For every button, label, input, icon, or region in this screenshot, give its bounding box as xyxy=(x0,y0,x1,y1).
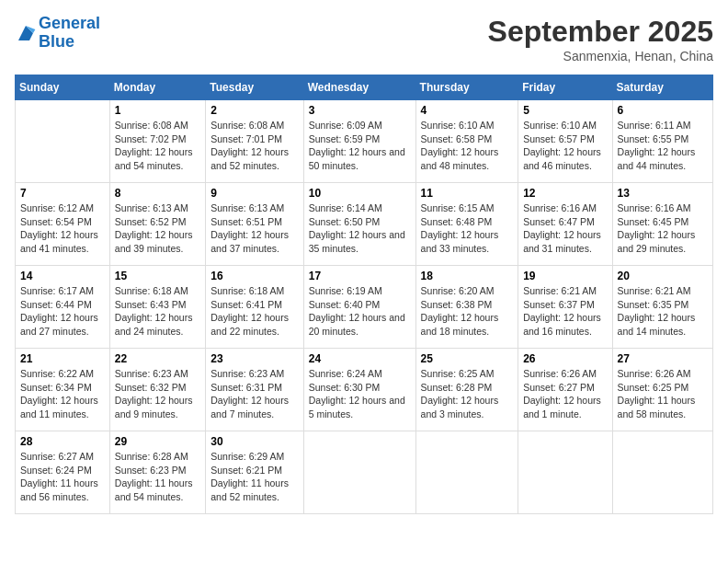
day-info: Sunrise: 6:18 AM Sunset: 6:43 PM Dayligh… xyxy=(115,284,200,339)
day-info: Sunrise: 6:19 AM Sunset: 6:40 PM Dayligh… xyxy=(309,284,411,339)
day-cell: 19Sunrise: 6:21 AM Sunset: 6:37 PM Dayli… xyxy=(518,266,612,349)
day-cell: 7Sunrise: 6:12 AM Sunset: 6:54 PM Daylig… xyxy=(16,183,110,266)
day-number: 5 xyxy=(523,104,607,117)
day-number: 21 xyxy=(20,352,105,365)
day-cell xyxy=(518,431,612,514)
day-number: 12 xyxy=(523,187,607,200)
day-info: Sunrise: 6:26 AM Sunset: 6:25 PM Dayligh… xyxy=(618,367,708,421)
day-number: 3 xyxy=(309,104,411,117)
day-number: 17 xyxy=(309,270,411,282)
day-cell: 12Sunrise: 6:16 AM Sunset: 6:47 PM Dayli… xyxy=(518,183,612,266)
day-cell: 13Sunrise: 6:16 AM Sunset: 6:45 PM Dayli… xyxy=(612,183,712,266)
day-info: Sunrise: 6:23 AM Sunset: 6:31 PM Dayligh… xyxy=(210,367,298,421)
day-number: 1 xyxy=(115,104,200,117)
day-cell: 21Sunrise: 6:22 AM Sunset: 6:34 PM Dayli… xyxy=(16,349,110,431)
day-info: Sunrise: 6:11 AM Sunset: 6:55 PM Dayligh… xyxy=(618,119,708,173)
day-cell: 23Sunrise: 6:23 AM Sunset: 6:31 PM Dayli… xyxy=(206,349,303,431)
day-info: Sunrise: 6:17 AM Sunset: 6:44 PM Dayligh… xyxy=(20,284,105,339)
day-cell: 22Sunrise: 6:23 AM Sunset: 6:32 PM Dayli… xyxy=(109,349,205,431)
day-info: Sunrise: 6:14 AM Sunset: 6:50 PM Dayligh… xyxy=(309,201,411,256)
day-info: Sunrise: 6:09 AM Sunset: 6:59 PM Dayligh… xyxy=(309,119,411,173)
day-info: Sunrise: 6:13 AM Sunset: 6:51 PM Dayligh… xyxy=(210,201,298,256)
day-number: 27 xyxy=(618,352,708,365)
day-number: 6 xyxy=(618,104,708,117)
day-cell: 27Sunrise: 6:26 AM Sunset: 6:25 PM Dayli… xyxy=(612,349,712,431)
header-friday: Friday xyxy=(518,75,612,100)
location-subtitle: Sanmenxia, Henan, China xyxy=(488,49,713,63)
day-cell: 6Sunrise: 6:11 AM Sunset: 6:55 PM Daylig… xyxy=(612,100,712,183)
day-number: 19 xyxy=(523,270,607,282)
day-cell: 14Sunrise: 6:17 AM Sunset: 6:44 PM Dayli… xyxy=(16,266,110,349)
week-row-4: 21Sunrise: 6:22 AM Sunset: 6:34 PM Dayli… xyxy=(16,349,713,431)
day-cell: 1Sunrise: 6:08 AM Sunset: 7:02 PM Daylig… xyxy=(109,100,205,183)
day-number: 2 xyxy=(210,104,298,117)
day-cell: 30Sunrise: 6:29 AM Sunset: 6:21 PM Dayli… xyxy=(206,431,303,514)
day-cell: 5Sunrise: 6:10 AM Sunset: 6:57 PM Daylig… xyxy=(518,100,612,183)
day-info: Sunrise: 6:10 AM Sunset: 6:57 PM Dayligh… xyxy=(523,119,607,173)
header-thursday: Thursday xyxy=(415,75,518,100)
day-cell: 3Sunrise: 6:09 AM Sunset: 6:59 PM Daylig… xyxy=(303,100,415,183)
day-number: 25 xyxy=(421,352,514,365)
page-header: General Blue September 2025 Sanmenxia, H… xyxy=(15,15,713,63)
day-number: 15 xyxy=(115,270,200,282)
day-number: 28 xyxy=(20,435,105,448)
day-number: 23 xyxy=(210,352,298,365)
day-number: 8 xyxy=(115,187,200,200)
day-info: Sunrise: 6:12 AM Sunset: 6:54 PM Dayligh… xyxy=(20,201,105,256)
day-cell: 16Sunrise: 6:18 AM Sunset: 6:41 PM Dayli… xyxy=(206,266,303,349)
day-cell: 18Sunrise: 6:20 AM Sunset: 6:38 PM Dayli… xyxy=(415,266,518,349)
day-number: 29 xyxy=(115,435,200,448)
week-row-5: 28Sunrise: 6:27 AM Sunset: 6:24 PM Dayli… xyxy=(16,431,713,514)
day-cell: 25Sunrise: 6:25 AM Sunset: 6:28 PM Dayli… xyxy=(415,349,518,431)
day-info: Sunrise: 6:18 AM Sunset: 6:41 PM Dayligh… xyxy=(210,284,298,339)
week-row-1: 1Sunrise: 6:08 AM Sunset: 7:02 PM Daylig… xyxy=(16,100,713,183)
header-sunday: Sunday xyxy=(16,75,110,100)
week-row-2: 7Sunrise: 6:12 AM Sunset: 6:54 PM Daylig… xyxy=(16,183,713,266)
day-number: 9 xyxy=(210,187,298,200)
day-number: 14 xyxy=(20,270,105,282)
day-info: Sunrise: 6:28 AM Sunset: 6:23 PM Dayligh… xyxy=(115,450,200,504)
month-title: September 2025 xyxy=(488,15,713,49)
header-wednesday: Wednesday xyxy=(303,75,415,100)
day-info: Sunrise: 6:20 AM Sunset: 6:38 PM Dayligh… xyxy=(421,284,514,339)
day-cell: 28Sunrise: 6:27 AM Sunset: 6:24 PM Dayli… xyxy=(16,431,110,514)
day-number: 4 xyxy=(421,104,514,117)
day-info: Sunrise: 6:21 AM Sunset: 6:35 PM Dayligh… xyxy=(618,284,708,339)
day-info: Sunrise: 6:10 AM Sunset: 6:58 PM Dayligh… xyxy=(421,119,514,173)
day-number: 18 xyxy=(421,270,514,282)
day-cell: 15Sunrise: 6:18 AM Sunset: 6:43 PM Dayli… xyxy=(109,266,205,349)
day-cell: 2Sunrise: 6:08 AM Sunset: 7:01 PM Daylig… xyxy=(206,100,303,183)
day-number: 11 xyxy=(421,187,514,200)
day-cell: 26Sunrise: 6:26 AM Sunset: 6:27 PM Dayli… xyxy=(518,349,612,431)
day-info: Sunrise: 6:22 AM Sunset: 6:34 PM Dayligh… xyxy=(20,367,105,421)
header-monday: Monday xyxy=(109,75,205,100)
day-info: Sunrise: 6:26 AM Sunset: 6:27 PM Dayligh… xyxy=(523,367,607,421)
day-number: 26 xyxy=(523,352,607,365)
day-info: Sunrise: 6:16 AM Sunset: 6:45 PM Dayligh… xyxy=(618,201,708,256)
day-number: 10 xyxy=(309,187,411,200)
day-info: Sunrise: 6:29 AM Sunset: 6:21 PM Dayligh… xyxy=(210,450,298,504)
day-cell: 17Sunrise: 6:19 AM Sunset: 6:40 PM Dayli… xyxy=(303,266,415,349)
logo-icon xyxy=(15,22,37,44)
day-cell: 4Sunrise: 6:10 AM Sunset: 6:58 PM Daylig… xyxy=(415,100,518,183)
day-info: Sunrise: 6:13 AM Sunset: 6:52 PM Dayligh… xyxy=(115,201,200,256)
day-info: Sunrise: 6:21 AM Sunset: 6:37 PM Dayligh… xyxy=(523,284,607,339)
day-cell xyxy=(303,431,415,514)
day-info: Sunrise: 6:15 AM Sunset: 6:48 PM Dayligh… xyxy=(421,201,514,256)
header-saturday: Saturday xyxy=(612,75,712,100)
day-cell xyxy=(612,431,712,514)
header-tuesday: Tuesday xyxy=(206,75,303,100)
day-cell: 20Sunrise: 6:21 AM Sunset: 6:35 PM Dayli… xyxy=(612,266,712,349)
day-number: 16 xyxy=(210,270,298,282)
day-info: Sunrise: 6:23 AM Sunset: 6:32 PM Dayligh… xyxy=(115,367,200,421)
calendar-table: SundayMondayTuesdayWednesdayThursdayFrid… xyxy=(15,75,713,514)
day-info: Sunrise: 6:08 AM Sunset: 7:01 PM Dayligh… xyxy=(210,119,298,173)
day-info: Sunrise: 6:25 AM Sunset: 6:28 PM Dayligh… xyxy=(421,367,514,421)
day-cell: 8Sunrise: 6:13 AM Sunset: 6:52 PM Daylig… xyxy=(109,183,205,266)
days-header-row: SundayMondayTuesdayWednesdayThursdayFrid… xyxy=(16,75,713,100)
day-cell: 9Sunrise: 6:13 AM Sunset: 6:51 PM Daylig… xyxy=(206,183,303,266)
title-block: September 2025 Sanmenxia, Henan, China xyxy=(488,15,713,63)
logo: General Blue xyxy=(15,15,100,52)
day-number: 22 xyxy=(115,352,200,365)
day-info: Sunrise: 6:16 AM Sunset: 6:47 PM Dayligh… xyxy=(523,201,607,256)
